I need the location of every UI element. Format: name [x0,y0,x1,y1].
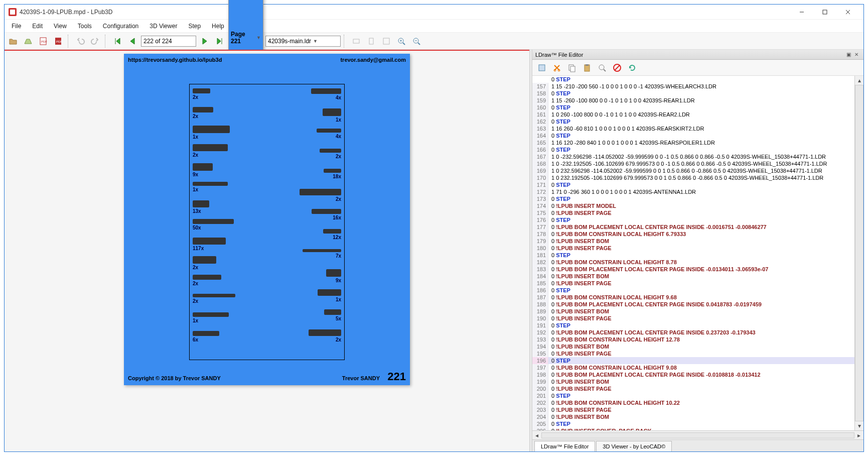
menu-help[interactable]: Help [207,21,229,32]
page-preview-pane[interactable]: https://trevorsandy.github.io/lpub3d tre… [5,50,529,451]
next-page-button[interactable] [198,35,211,48]
code-line[interactable]: 1750 !LPUB INSERT PAGE [532,209,854,216]
code-line[interactable]: 1701 0 232.192505 -106.102699 679.999573… [532,174,854,181]
menu-edit[interactable]: Edit [27,21,48,32]
code-line[interactable]: 1980 !LPUB BOM PLACEMENT LOCAL CENTER PA… [532,371,854,378]
code-line[interactable]: 1600 STEP [532,104,854,111]
code-line[interactable]: 2010 STEP [532,392,854,399]
code-line[interactable]: 1721 71 0 -296 360 1 0 0 0 1 0 0 0 1 420… [532,188,854,195]
page-input[interactable] [141,36,196,47]
code-line[interactable]: 1960 STEP [532,357,854,364]
redo-button[interactable] [89,35,102,48]
code-line[interactable]: 2060 !LPUB INSERT COVER_PAGE BACK [532,427,854,430]
print-pdf-button[interactable]: PDF [37,35,50,48]
code-line[interactable]: 1571 15 -210 -200 560 -1 0 0 0 1 0 0 0 -… [532,83,854,90]
tab-3d-viewer[interactable]: 3D Viewer - by LeoCAD© [596,441,672,451]
code-line[interactable]: 0 STEP [532,76,854,83]
paste-button[interactable] [581,61,594,74]
tab-ldraw-editor[interactable]: LDraw™ File Editor [534,441,595,451]
minimize-button[interactable] [790,5,813,19]
scroll-up-icon[interactable]: ▴ [855,76,863,85]
code-line[interactable]: 1640 STEP [532,132,854,139]
code-line[interactable]: 2000 !LPUB INSERT PAGE [532,385,854,392]
delete-button[interactable] [611,61,624,74]
export-pdf-button[interactable]: PDF [52,35,65,48]
line-number: 183 [532,266,548,273]
code-line[interactable]: 1870 !LPUB BOM CONSTRAIN LOCAL HEIGHT 9.… [532,294,854,301]
code-line[interactable]: 2020 !LPUB BOM CONSTRAIN LOCAL HEIGHT 10… [532,399,854,406]
code-line[interactable]: 1990 !LPUB INSERT BOM [532,378,854,385]
first-page-button[interactable] [111,35,124,48]
line-number: 202 [532,399,548,406]
actual-size-button[interactable] [380,35,393,48]
horizontal-scrollbar[interactable]: ◂ ▸ [532,430,863,439]
menu-file[interactable]: File [7,21,26,32]
code-line[interactable]: 1810 STEP [532,252,854,259]
code-line[interactable]: 1940 !LPUB INSERT BOM [532,343,854,350]
undo-button[interactable] [74,35,87,48]
menu-step[interactable]: Step [183,21,206,32]
code-line[interactable]: 1631 16 260 -60 810 1 0 0 0 1 0 0 0 1 42… [532,125,854,132]
code-line[interactable]: 1591 15 -260 -100 800 0 0 -1 0 1 0 1 0 0… [532,97,854,104]
zoom-out-button[interactable] [410,35,423,48]
vertical-scrollbar[interactable]: ▴ ▾ [854,76,863,430]
refresh-button[interactable] [626,61,639,74]
maximize-button[interactable] [813,5,836,19]
code-line[interactable]: 1800 !LPUB INSERT PAGE [532,245,854,252]
select-all-button[interactable] [535,61,548,74]
menu-3dviewer[interactable]: 3D Viewer [144,21,182,32]
code-line[interactable]: 1611 0 260 -100 800 0 0 -1 0 1 0 1 0 0 4… [532,111,854,118]
code-line[interactable]: 2030 !LPUB INSERT PAGE [532,406,854,413]
code-line[interactable]: 1740 !LPUB INSERT MODEL [532,202,854,209]
code-line[interactable]: 1850 !LPUB INSERT PAGE [532,280,854,287]
prev-page-button[interactable] [126,35,139,48]
code-line[interactable]: 1681 0 -232.192505 -106.102699 679.99957… [532,160,854,167]
code-line[interactable]: 1880 !LPUB BOM PLACEMENT LOCAL CENTER PA… [532,301,854,308]
code-line[interactable]: 1860 STEP [532,287,854,294]
code-line[interactable]: 1830 !LPUB BOM PLACEMENT LOCAL CENTER PA… [532,266,854,273]
code-line[interactable]: 2040 !LPUB INSERT BOM [532,413,854,420]
find-button[interactable] [596,61,609,74]
menu-configuration[interactable]: Configuration [98,21,143,32]
menu-view[interactable]: View [49,21,72,32]
code-line[interactable]: 1970 !LPUB BOM CONSTRAIN LOCAL HEIGHT 9.… [532,364,854,371]
close-button[interactable] [836,5,859,19]
code-line[interactable]: 1671 0 -232.596298 -114.052002 -59.99959… [532,153,854,160]
code-line[interactable]: 1890 !LPUB INSERT BOM [532,308,854,315]
code-line[interactable]: 2050 STEP [532,420,854,427]
code-line[interactable]: 1651 16 120 -280 840 1 0 0 0 1 0 0 0 1 4… [532,139,854,146]
scroll-down-icon[interactable]: ▾ [855,421,863,430]
scroll-right-icon[interactable]: ▸ [854,431,863,439]
save-button[interactable] [22,35,35,48]
code-line[interactable]: 1930 !LPUB BOM CONSTRAIN LOCAL HEIGHT 12… [532,336,854,343]
dock-float-button[interactable]: ▣ [844,51,852,59]
copy-button[interactable] [565,61,578,74]
code-line[interactable]: 1920 !LPUB BOM PLACEMENT LOCAL CENTER PA… [532,329,854,336]
code-line[interactable]: 1620 STEP [532,118,854,125]
code-line[interactable]: 1691 0 232.596298 -114.052002 -59.999599… [532,167,854,174]
scroll-left-icon[interactable]: ◂ [532,431,541,439]
last-page-button[interactable] [213,35,226,48]
fit-page-button[interactable] [365,35,378,48]
code-line[interactable]: 1770 !LPUB BOM PLACEMENT LOCAL CENTER PA… [532,223,854,231]
code-editor[interactable]: 0 STEP1571 15 -210 -200 560 -1 0 0 0 1 0… [532,76,854,430]
code-line[interactable]: 1580 STEP [532,90,854,97]
code-line[interactable]: 1660 STEP [532,146,854,153]
cut-button[interactable] [550,61,563,74]
code-line[interactable]: 1730 STEP [532,195,854,202]
code-line[interactable]: 1910 STEP [532,322,854,329]
code-line[interactable]: 1760 STEP [532,216,854,223]
code-line[interactable]: 1950 !LPUB INSERT PAGE [532,350,854,357]
code-line[interactable]: 1900 !LPUB INSERT PAGE [532,315,854,322]
menu-tools[interactable]: Tools [73,21,97,32]
file-combo[interactable]: 42039s-main.ldr▼ [265,36,341,47]
code-line[interactable]: 1710 STEP [532,181,854,188]
fit-width-button[interactable] [350,35,363,48]
code-line[interactable]: 1820 !LPUB BOM CONSTRAIN LOCAL HEIGHT 8.… [532,259,854,266]
dock-close-button[interactable]: ✕ [852,51,860,59]
code-line[interactable]: 1790 !LPUB INSERT BOM [532,238,854,245]
open-button[interactable] [7,35,20,48]
zoom-in-button[interactable] [395,35,408,48]
code-line[interactable]: 1840 !LPUB INSERT BOM [532,273,854,280]
code-line[interactable]: 1780 !LPUB BOM CONSTRAIN LOCAL HEIGHT 6.… [532,231,854,238]
